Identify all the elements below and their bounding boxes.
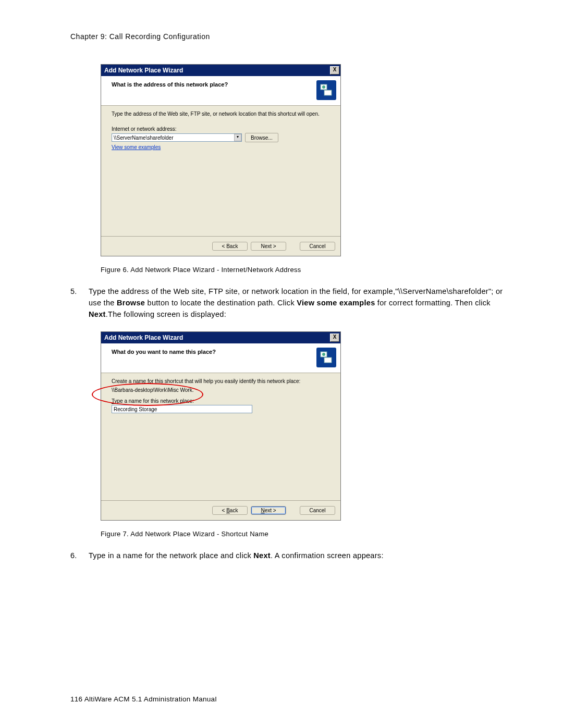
- browse-button[interactable]: Browse...: [245, 133, 278, 142]
- titlebar: Add Network Place Wizard X: [101, 65, 340, 76]
- btn-text: ext >: [265, 508, 276, 513]
- step-body: Type in a name for the network place and…: [89, 550, 511, 562]
- chevron-down-icon[interactable]: ▾: [234, 134, 241, 141]
- cancel-button[interactable]: Cancel: [300, 506, 335, 515]
- wizard-address: Add Network Place Wizard X What is the a…: [101, 64, 341, 256]
- next-button[interactable]: Next >: [251, 506, 286, 515]
- titlebar: Add Network Place Wizard X: [101, 332, 340, 343]
- wizard-body: Type the address of the Web site, FTP si…: [101, 106, 340, 236]
- step-number: 6.: [70, 550, 89, 562]
- wizard-heading: What is the address of this network plac…: [112, 80, 228, 88]
- wizard-footer: < Back Next > Cancel: [101, 236, 340, 256]
- wizard-description: Type the address of the Web site, FTP si…: [112, 111, 330, 117]
- step-bold: Next: [253, 551, 271, 560]
- wizard-footer: < Back Next > Cancel: [101, 500, 340, 520]
- cancel-button[interactable]: Cancel: [300, 242, 335, 251]
- page-footer: 116 AltiWare ACM 5.1 Administration Manu…: [70, 695, 217, 703]
- view-examples-link[interactable]: View some examples: [112, 144, 161, 150]
- window-title: Add Network Place Wizard: [104, 67, 183, 74]
- step-text: button to locate the destination path. C…: [145, 299, 297, 307]
- btn-text: ack: [230, 508, 238, 513]
- next-button[interactable]: Next >: [251, 242, 286, 251]
- step-text: Type in a name for the network place and…: [89, 551, 253, 560]
- window-title: Add Network Place Wizard: [104, 334, 183, 341]
- name-input[interactable]: [112, 405, 252, 413]
- chapter-header: Chapter 9: Call Recording Configuration: [70, 32, 511, 41]
- svg-rect-1: [324, 90, 332, 95]
- btn-accelerator: N: [261, 508, 264, 513]
- wizard-heading: What do you want to name this place?: [112, 348, 216, 355]
- wizard-header: What is the address of this network plac…: [101, 76, 340, 106]
- close-icon[interactable]: X: [330, 334, 339, 342]
- step-number: 5.: [70, 286, 89, 320]
- network-place-icon: [316, 80, 336, 100]
- figure-6-caption: Figure 6. Add Network Place Wizard - Int…: [101, 266, 511, 274]
- figure-7-caption: Figure 7. Add Network Place Wizard - Sho…: [101, 530, 511, 538]
- step-5: 5. Type the address of the Web site, FTP…: [70, 286, 511, 320]
- step-text: for correct formatting. Then click: [375, 299, 491, 307]
- annotation-red-oval: [92, 383, 203, 406]
- wizard-header: What do you want to name this place?: [101, 343, 340, 373]
- svg-point-5: [322, 353, 325, 356]
- step-bold: Browse: [117, 299, 145, 307]
- back-button[interactable]: < Back: [212, 242, 248, 251]
- address-input-row: ▾ Browse...: [112, 133, 330, 142]
- step-body: Type the address of the Web site, FTP si…: [89, 286, 511, 320]
- step-text: . A confirmation screen appears:: [271, 551, 384, 560]
- address-input[interactable]: [112, 133, 242, 142]
- network-place-icon: [316, 348, 336, 367]
- back-button[interactable]: < Back: [212, 506, 248, 515]
- address-label: Internet or network address:: [112, 126, 330, 132]
- svg-point-2: [322, 85, 325, 89]
- svg-rect-4: [324, 357, 332, 363]
- address-combo[interactable]: ▾: [112, 133, 242, 142]
- btn-text: <: [222, 508, 227, 513]
- document-page: Chapter 9: Call Recording Configuration …: [0, 0, 563, 562]
- wizard-name: Add Network Place Wizard X What do you w…: [101, 331, 341, 521]
- step-text: .The following screen is displayed:: [106, 310, 226, 318]
- close-icon[interactable]: X: [330, 66, 339, 75]
- step-6: 6. Type in a name for the network place …: [70, 550, 511, 562]
- step-bold: Next: [89, 310, 106, 318]
- step-bold: View some examples: [297, 299, 375, 307]
- btn-accelerator: B: [226, 508, 230, 513]
